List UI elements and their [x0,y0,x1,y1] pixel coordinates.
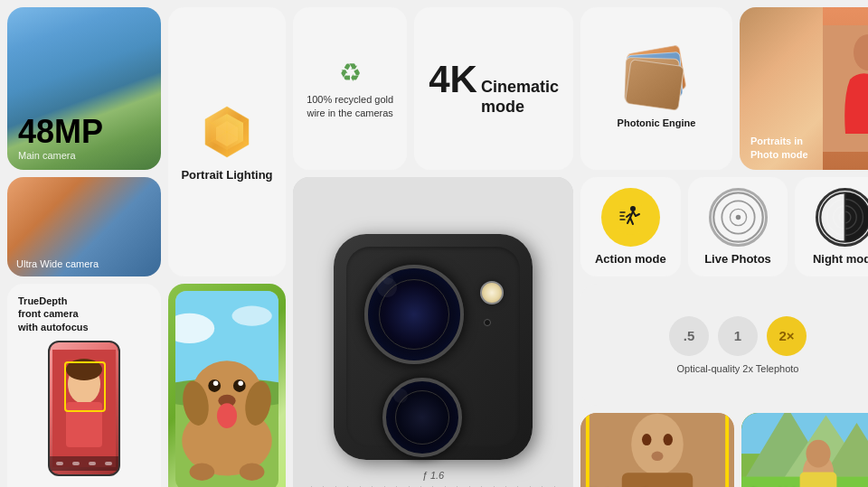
svg-point-45 [213,380,219,386]
main-camera-card: 48MP Main camera [7,7,161,170]
live-photos-card: Live Photos [688,177,788,276]
truedepth-card: TrueDepth front camera with autofocus [7,284,161,487]
night-mode-label: Night mode [813,252,868,266]
focus-controls: ƒ 1.6 Focus and Depth Control in portrai… [311,470,555,487]
aperture-value: ƒ 1.6 [311,470,555,481]
microphone-dot [484,319,491,326]
svg-point-36 [232,306,272,326]
flash [480,281,504,304]
recycled-text: 100% recycled gold wire in the cameras [307,93,393,119]
svg-point-22 [735,215,740,220]
live-photos-icon [709,188,768,247]
svg-point-65 [806,440,830,468]
zoom-controls: .5 1 2× [669,316,807,356]
dog-image [175,291,278,487]
zoom-1-button[interactable]: 1 [718,316,758,356]
live-photos-label: Live Photos [704,252,771,266]
svg-point-52 [631,414,684,475]
telephoto-card: .5 1 2× Optical-quality 2x Telephoto [580,284,868,406]
bottom-cards-row: Next-generation portraits [580,413,868,487]
portrait-person-image [823,7,868,170]
night-mode-icon [816,188,868,247]
zoom-2x-button[interactable]: 2× [767,316,807,356]
svg-point-48 [217,403,237,428]
portraits-label: Portraits in Photo mode [750,135,808,161]
zoom-05-button[interactable]: .5 [669,316,709,356]
svg-point-50 [240,464,265,481]
smart-hdr-card: Smart HDR [168,284,286,487]
ultra-wide-card: Ultra Wide camera [7,177,161,276]
next-gen-portraits-card: Next-generation portraits [580,413,734,487]
photonic-stack [620,49,693,112]
next-gen-image [580,413,734,487]
secondary-lens [382,378,462,457]
photonic-engine-label: Photonic Engine [618,117,696,128]
features-top-row: ♻ 100% recycled gold wire in the cameras… [293,7,573,170]
photonic-engine-card: Photonic Engine [580,7,732,170]
telephoto-label: Optical-quality 2x Telephoto [677,363,799,374]
recycle-icon: ♻ [339,58,362,88]
cinematic-mode: Cinematic mode [481,78,559,117]
svg-point-55 [664,434,673,445]
phone-mockup [48,341,120,476]
svg-point-54 [642,434,651,445]
action-mode-card: Action mode [580,177,681,276]
svg-rect-30 [66,402,102,447]
main-camera-label: Main camera [18,150,103,161]
phone-bottom-dot [89,462,96,465]
main-camera-text: 48MP Main camera [18,116,103,161]
cinematic-card: 4K Cinematic mode [414,7,573,170]
right-top-row: Photonic Engine Portraits in Photo mode [580,7,868,170]
portraits-photo-card: Portraits in Photo mode [740,7,868,170]
phone-bottom-dot [56,462,63,465]
svg-point-56 [651,452,663,461]
action-mode-icon [601,188,660,247]
camera-modes-row: Action mode Live Photos [580,177,868,276]
crystal-icon [198,103,256,161]
portrait-lighting-label: Portrait Lighting [181,168,272,182]
truedepth-title: TrueDepth front camera with autofocus [18,295,89,333]
super-high-image [741,413,868,487]
camera-device-card: ƒ 1.6 Focus and Depth Control in portrai… [293,177,573,487]
phone-screen [50,342,118,474]
night-mode-card: Night mode [795,177,868,276]
camera-module [334,234,533,460]
super-high-resolution-card: Super-high- resolution photos [741,413,868,487]
ultra-wide-label: Ultra Wide camera [16,258,99,269]
photo-stack-item-4 [625,59,684,111]
svg-point-49 [190,464,215,481]
main-lens [364,265,464,364]
cinematic-resolution: 4K [429,61,477,98]
phone-bottom-bar [50,456,118,471]
action-mode-label: Action mode [595,252,666,266]
megapixel-text: 48MP [18,116,103,148]
svg-point-46 [238,380,243,386]
portrait-lighting-card: Portrait Lighting [168,7,286,276]
recycled-card: ♻ 100% recycled gold wire in the cameras [293,7,407,170]
phone-bottom-dot [105,462,112,465]
phone-bottom-dot [72,462,80,465]
